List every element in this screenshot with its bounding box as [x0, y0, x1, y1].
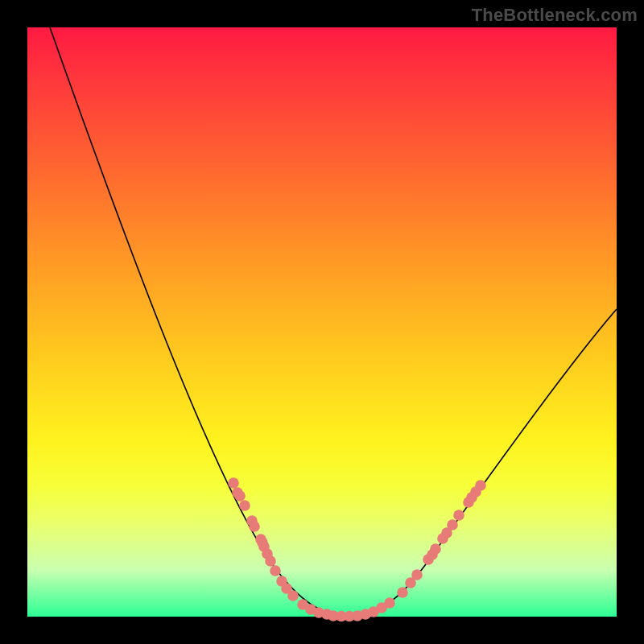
marker-point [475, 480, 486, 491]
marker-point [270, 565, 281, 576]
marker-point [453, 510, 464, 521]
marker-point [447, 519, 458, 530]
watermark-label: TheBottleneck.com [472, 5, 638, 26]
marker-point [411, 569, 423, 580]
marker-point [265, 555, 276, 567]
marker-cluster-right [397, 480, 486, 598]
marker-cluster-left [228, 477, 299, 601]
marker-point [228, 477, 239, 489]
marker-point [397, 587, 408, 598]
marker-point [239, 500, 250, 511]
marker-point [384, 597, 395, 609]
bottleneck-curve [50, 27, 617, 617]
marker-point [234, 490, 246, 502]
chart-svg [27, 27, 617, 617]
marker-point [430, 543, 441, 555]
marker-cluster-bottom [297, 597, 395, 621]
marker-point [249, 521, 260, 532]
marker-point [287, 590, 299, 601]
chart-frame: TheBottleneck.com [0, 0, 644, 644]
